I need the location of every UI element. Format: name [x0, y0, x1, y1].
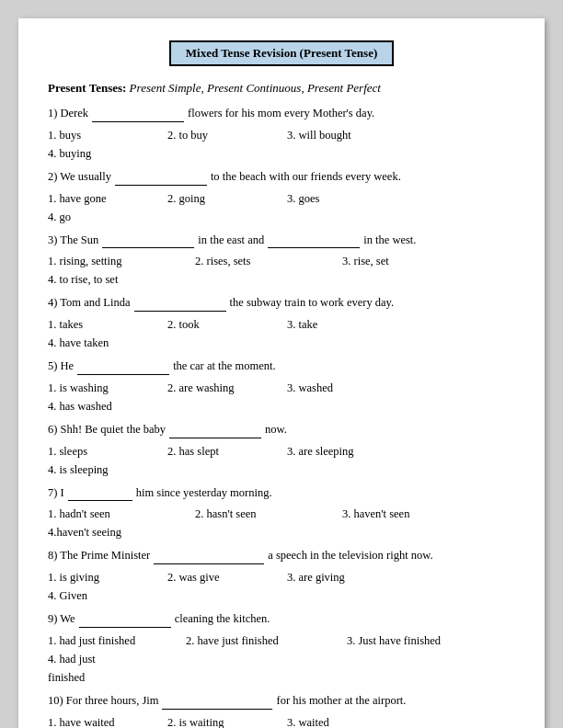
options-9: 1. had just finished 2. have just finish…: [48, 631, 515, 687]
options-4: 1. takes 2. took 3. take 4. have taken: [48, 315, 515, 352]
title-box: Mixed Tense Revision (Present Tense): [169, 40, 395, 66]
question-9: 9) Wecleaning the kitchen.: [48, 610, 515, 628]
subtitle-italic: Present Simple, Present Continuous, Pres…: [126, 81, 381, 95]
question-5: 5) Hethe car at the moment.: [48, 358, 515, 375]
question-8: 8) The Prime Ministera speech in the tel…: [48, 547, 515, 564]
title-text: Mixed Tense Revision (Present Tense): [186, 46, 378, 60]
question-2: 2) We usuallyto the beach with our frien…: [48, 168, 515, 186]
subtitle: Present Tenses: Present Simple, Present …: [48, 81, 515, 96]
page: Mixed Tense Revision (Present Tense) Pre…: [18, 18, 545, 728]
options-10: 1. have waited 2. is waiting 3. waited 4…: [48, 713, 515, 729]
question-3: 3) The Sunin the east andin the west.: [48, 232, 515, 249]
question-7: 7) Ihim since yesterday morning.: [48, 484, 515, 502]
options-7: 1. hadn't seen 2. hasn't seen 3. haven't…: [48, 505, 515, 541]
options-1: 1. buys 2. to buy 3. will bought 4. buyi…: [48, 126, 515, 163]
options-8: 1. is giving 2. was give 3. are giving 4…: [48, 568, 515, 605]
question-1: 1) Derekflowers for his mom every Mother…: [48, 105, 515, 122]
question-6: 6) Shh! Be quiet the babynow.: [48, 421, 515, 438]
question-10: 10) For three hours, Jimfor his mother a…: [48, 692, 515, 710]
options-3: 1. rising, setting 2. rises, sets 3. ris…: [48, 252, 515, 289]
options-6: 1. sleeps 2. has slept 3. are sleeping 4…: [48, 442, 515, 479]
subtitle-bold: Present Tenses:: [48, 81, 126, 95]
question-4: 4) Tom and Lindathe subway train to work…: [48, 294, 515, 312]
options-2: 1. have gone 2. going 3. goes 4. go: [48, 189, 515, 226]
options-5: 1. is washing 2. are washing 3. washed 4…: [48, 379, 515, 415]
